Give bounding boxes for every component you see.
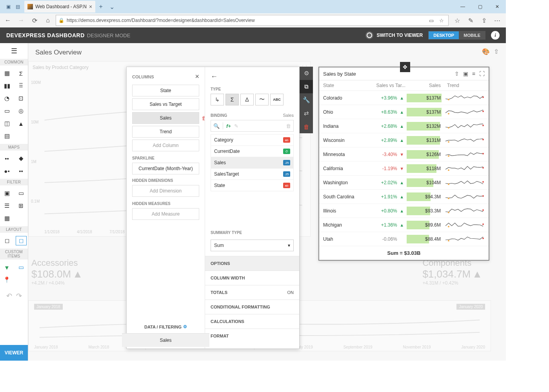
column-width-section[interactable]: COLUMN WIDTH	[205, 270, 299, 285]
window-maximize[interactable]: ▢	[471, 1, 489, 13]
close-icon[interactable]: ×	[195, 73, 199, 81]
table-row[interactable]: Indiana+2.68%▲$132M	[319, 119, 489, 133]
kpi-components[interactable]: Components $1,034.7M▲ +4.31M / +0.42%	[422, 258, 482, 286]
binding-search[interactable]: 🔍 f+ ✎ 🗑	[211, 120, 294, 132]
table-row[interactable]: Utah-0.06%$88.4M	[319, 232, 489, 246]
new-tab-button[interactable]: +	[95, 3, 106, 10]
binding-item-salestarget[interactable]: SalesTarget.25	[211, 169, 294, 180]
options-section[interactable]: OPTIONS	[205, 256, 299, 270]
table-row[interactable]: Michigan+1.36%▲$89.6M	[319, 218, 489, 232]
delete-icon[interactable]: 🗑	[300, 120, 313, 133]
listbox-icon[interactable]: ☰	[2, 201, 13, 211]
window-close[interactable]: ✕	[489, 1, 506, 13]
device-toggle[interactable]: DESKTOP MOBILE	[428, 31, 485, 40]
palette-icon[interactable]: 🎨	[482, 48, 490, 55]
sparkline-item[interactable]: CurrentDate (Month-Year)	[132, 163, 199, 174]
multiselect-icon[interactable]: ▣	[463, 71, 468, 77]
type-text-icon[interactable]: ABC	[270, 94, 284, 105]
binding-item-category[interactable]: Categoryab	[211, 134, 294, 146]
binding-icon[interactable]: ⧉	[300, 80, 313, 93]
undo-icon[interactable]: ↶	[6, 292, 12, 300]
sys-icon[interactable]: ▣	[4, 2, 13, 11]
treemap-icon[interactable]: ◫	[2, 119, 13, 128]
tab-chevron-icon[interactable]: ⌄	[106, 3, 117, 11]
table-row[interactable]: South Carolina+1.91%▲$94.3M	[319, 190, 489, 204]
bubble-map-icon[interactable]: ●•	[2, 166, 13, 176]
table-row[interactable]: California-1.19%▼$118M	[319, 162, 489, 176]
switch-to-viewer-button[interactable]: SWITCH TO VIEWER	[365, 31, 423, 39]
treeview-icon[interactable]: ⊞	[16, 201, 27, 211]
share-icon[interactable]: ⇪	[478, 17, 490, 24]
move-handle-icon[interactable]: ✥	[400, 62, 410, 72]
redo-icon[interactable]: ↷	[16, 292, 22, 300]
conditional-formatting-section[interactable]: CONDITIONAL FORMATTING	[205, 299, 299, 314]
trash-icon[interactable]: 🗑	[286, 123, 291, 129]
panel-footer-tab[interactable]: Sales	[122, 333, 209, 347]
back-arrow-icon[interactable]: ←	[211, 73, 294, 81]
desktop-toggle[interactable]: DESKTOP	[429, 31, 459, 39]
binding-item-state[interactable]: Stateab	[211, 180, 294, 191]
export-icon[interactable]: ⇧	[494, 48, 499, 55]
column-item-trend[interactable]: Trend	[132, 126, 199, 138]
favorites-list-icon[interactable]: ☆	[451, 17, 464, 24]
home-button[interactable]: ⌂	[42, 15, 53, 26]
edit-icon[interactable]: ✎	[234, 123, 238, 129]
circle-icon[interactable]: ◎	[16, 106, 27, 116]
viewer-button[interactable]: VIEWER	[0, 345, 28, 361]
group-icon[interactable]: ◻	[2, 236, 13, 245]
table-row[interactable]: Ohio+8.63%▲$137M	[319, 105, 489, 119]
combobox-icon[interactable]: ▭	[16, 189, 27, 198]
type-delta-icon[interactable]: Δ	[240, 94, 254, 105]
more-icon[interactable]: ⋯	[491, 17, 504, 24]
fx-icon[interactable]: f+	[226, 123, 231, 129]
export-icon[interactable]: ⇧	[454, 71, 459, 77]
funnel-icon[interactable]: ▼	[2, 263, 13, 272]
image-icon[interactable]: ▲	[16, 119, 27, 128]
table-row[interactable]: Minnesota-3.40%▼$126M	[319, 147, 489, 162]
data-filtering-button[interactable]: DATA / FILTERING⚙	[127, 320, 205, 333]
sys-icon[interactable]: ▤	[13, 2, 22, 11]
gear-icon[interactable]: ⚙	[300, 67, 313, 80]
favorite-icon[interactable]: ☆	[437, 18, 446, 24]
window-minimize[interactable]: —	[454, 1, 471, 13]
sigma-icon[interactable]: Σ	[16, 69, 27, 78]
notes-icon[interactable]: ✎	[464, 17, 477, 24]
type-dimension-icon[interactable]: ↳	[211, 94, 224, 105]
browser-tab[interactable]: Web Dashboard - ASP.N ×	[24, 1, 95, 13]
info-icon[interactable]: i	[491, 31, 500, 40]
choropleth-icon[interactable]: ◆	[16, 154, 27, 163]
refresh-button[interactable]: ⟳	[29, 15, 40, 26]
trash-icon[interactable]: 🗑	[202, 115, 205, 121]
type-measure-icon[interactable]: Σ	[225, 94, 239, 105]
pie-map-icon[interactable]: ••	[16, 166, 27, 176]
address-bar[interactable]: 🔒 https://demos.devexpress.com/Dashboard…	[56, 15, 449, 26]
table-row[interactable]: Washington+2.02%▲$104M	[319, 176, 489, 190]
custom-card-icon[interactable]: ▭	[16, 263, 27, 272]
table-row[interactable]: Colorado+3.96%▲$137M	[319, 91, 489, 105]
range-filter-icon[interactable]: ▣	[2, 189, 13, 198]
clear-filter-icon[interactable]: ≡	[472, 71, 475, 77]
add-measure-button[interactable]: Add Measure	[132, 208, 199, 220]
pie-chart-icon[interactable]: ◔	[2, 94, 13, 103]
card-icon[interactable]: ▭	[2, 106, 13, 116]
type-sparkline-icon[interactable]: 〜	[255, 94, 269, 105]
tab-close-icon[interactable]: ×	[89, 4, 92, 10]
pin-icon[interactable]: 📍	[2, 275, 13, 285]
back-button[interactable]: ←	[2, 15, 13, 26]
reading-view-icon[interactable]: ▭	[427, 18, 436, 24]
calculations-section[interactable]: CALCULATIONS	[205, 314, 299, 328]
column-item-state[interactable]: State	[132, 85, 199, 96]
wrench-icon[interactable]: 🔧	[300, 93, 313, 107]
sales-by-state-grid[interactable]: ✥ Sales by State ⇧ ▣ ≡ ⛶ State Sales vs …	[318, 67, 489, 261]
grid-icon[interactable]: ▦	[2, 69, 13, 78]
kpi-accessories[interactable]: Accessories $108.0M▲ +4.2M / +4.04%	[31, 258, 83, 286]
mobile-toggle[interactable]: MOBILE	[459, 31, 485, 39]
totals-section[interactable]: TOTALSON	[205, 285, 299, 299]
summary-type-select[interactable]: Sum▾	[211, 240, 294, 251]
column-item-sales[interactable]: Sales🗑	[132, 112, 199, 124]
forward-button[interactable]: →	[16, 15, 27, 26]
bar-chart-icon[interactable]: ▮▮	[2, 81, 13, 91]
gauge-icon[interactable]: ⊡	[16, 94, 27, 103]
format-section[interactable]: FORMAT	[205, 328, 299, 343]
column-item-sales-vs-target[interactable]: Sales vs Target	[132, 98, 199, 110]
